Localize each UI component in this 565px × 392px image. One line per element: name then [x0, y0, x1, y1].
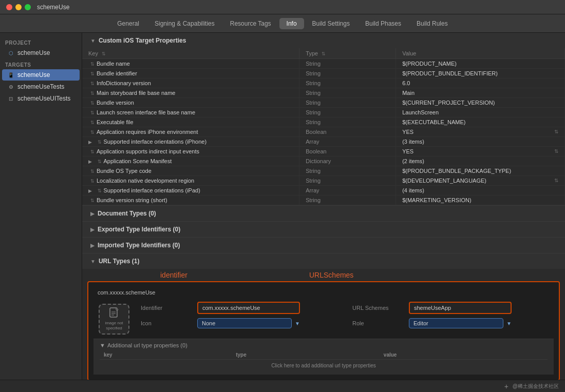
expand-arrow[interactable]: ▶: [88, 159, 93, 164]
tab-bar: General Signing & Capabilities Resource …: [0, 14, 565, 33]
add-props-key-col: key: [100, 350, 232, 360]
role-label: Role: [352, 320, 404, 326]
table-row: ⇅Bundle versionString$(CURRENT_PROJECT_V…: [82, 98, 565, 108]
url-type-body: image not specified Identifier: [93, 302, 554, 339]
tab-build-rules[interactable]: Build Rules: [409, 18, 455, 29]
custom-ios-title: Custom iOS Target Properties: [99, 37, 186, 44]
urlschemes-input[interactable]: [409, 302, 512, 314]
maximize-button[interactable]: [25, 4, 31, 10]
icon-dropdown[interactable]: None: [197, 318, 292, 328]
table-row: ⇅Application requires iPhone environment…: [82, 127, 565, 137]
project-icon: ⬡: [7, 49, 14, 56]
tab-general[interactable]: General: [110, 18, 146, 29]
col-key: Key ⇅: [82, 48, 299, 59]
custom-ios-section-header[interactable]: ▼ Custom iOS Target Properties: [82, 33, 565, 48]
sidebar-item-schemeusetests-label: schemeUseTests: [17, 83, 64, 90]
close-button[interactable]: [6, 4, 12, 10]
url-types-header[interactable]: ▼ URL Types (1): [82, 253, 565, 269]
project-section-label: PROJECT: [0, 37, 82, 47]
url-entry-header: com.xxxxx.schemeUse: [93, 287, 554, 298]
tab-build-phases[interactable]: Build Phases: [358, 18, 408, 29]
icon-field-label: Icon: [141, 320, 192, 326]
role-dropdown-arrow: ▼: [506, 321, 512, 326]
row-sort-arrows: ⇅: [98, 140, 102, 145]
title-bar: schemeUse: [0, 0, 565, 14]
row-sort-arrows: ⇅: [90, 81, 95, 86]
table-row: ⇅Launch screen interface file base nameS…: [82, 108, 565, 117]
sidebar-item-schemeuseuitests-label: schemeUseUITests: [17, 95, 70, 102]
annotation-identifier-label: identifier: [160, 271, 187, 279]
table-row: ⇅Bundle OS Type codeString$(PRODUCT_BUND…: [82, 166, 565, 176]
app-icon: 📱: [7, 71, 14, 79]
document-types-header[interactable]: ▶ Document Types (0): [82, 206, 565, 221]
sidebar: PROJECT ⬡ schemeUse TARGETS 📱 schemeUse …: [0, 33, 82, 380]
role-select-wrapper: Editor ▼: [409, 318, 512, 328]
table-row: ⇅Bundle identifierString$(PRODUCT_BUNDLE…: [82, 69, 565, 79]
additional-props-title: Additional url type properties (0): [107, 342, 187, 348]
window-title: schemeUse: [37, 4, 69, 11]
right-fields: URL Schemes Role Editor ▼: [352, 302, 554, 332]
table-row: ⇅Bundle nameString$(PRODUCT_NAME): [82, 59, 565, 69]
identifier-row: Identifier: [141, 302, 342, 314]
url-types-section: ▼ URL Types (1) identifier URLSchemes co…: [82, 253, 565, 380]
tab-resource-tags[interactable]: Resource Tags: [223, 18, 278, 29]
key-sort-arrows: ⇅: [102, 51, 106, 56]
row-sort-arrows: ⇅: [90, 120, 95, 125]
imported-type-header[interactable]: ▶ Imported Type Identifiers (0): [82, 238, 565, 253]
expand-arrow[interactable]: ▶: [88, 140, 93, 145]
url-types-title: URL Types (1): [99, 258, 140, 265]
main-layout: PROJECT ⬡ schemeUse TARGETS 📱 schemeUse …: [0, 33, 565, 380]
doc-types-title: Document Types (0): [98, 210, 156, 217]
exported-type-title: Exported Type Identifiers (0): [98, 226, 180, 233]
url-types-chevron: ▼: [90, 259, 96, 264]
add-props-type-col: type: [232, 350, 380, 360]
imported-type-chevron: ▶: [90, 243, 95, 248]
additional-props: ▼ Additional url type properties (0) key…: [93, 339, 554, 375]
row-sort-arrows: ⇅: [90, 71, 95, 76]
exported-type-header[interactable]: ▶ Exported Type Identifiers (0): [82, 222, 565, 237]
targets-section-label: TARGETS: [0, 59, 82, 69]
row-sort-arrows: ⇅: [90, 130, 95, 135]
imported-type-title: Imported Type Identifiers (0): [98, 242, 180, 249]
additional-props-header[interactable]: ▼ Additional url type properties (0): [100, 342, 548, 348]
sidebar-item-project[interactable]: ⬡ schemeUse: [2, 47, 80, 58]
sidebar-item-schemeusetests[interactable]: ⚙ schemeUseTests: [2, 81, 80, 92]
tab-info[interactable]: Info: [279, 18, 304, 29]
url-type-card-wrapper: identifier URLSchemes com.xxxxx.schemeUs…: [87, 281, 560, 380]
add-button[interactable]: +: [504, 382, 509, 390]
table-row: ⇅Localization native development regionS…: [82, 176, 565, 186]
exported-type-section: ▶ Exported Type Identifiers (0): [82, 222, 565, 238]
table-row: ⇅Main storyboard file base nameStringMai…: [82, 88, 565, 98]
doc-types-chevron: ▶: [90, 211, 95, 217]
sidebar-item-schemeuseuitests[interactable]: ⊡ schemeUseUITests: [2, 93, 80, 104]
content-area: ▼ Custom iOS Target Properties Key ⇅ Typ…: [82, 33, 565, 380]
custom-ios-section: ▼ Custom iOS Target Properties Key ⇅ Typ…: [82, 33, 565, 206]
urlschemes-row: URL Schemes: [352, 302, 554, 314]
icon-placeholder-text: image not specified: [100, 321, 128, 331]
col-type: Type ⇅: [299, 48, 396, 59]
document-types-section: ▶ Document Types (0): [82, 206, 565, 222]
icon-dropdown-arrow: ▼: [295, 321, 300, 326]
table-row: ⇅Executable fileString$(EXECUTABLE_NAME): [82, 117, 565, 127]
role-dropdown[interactable]: Editor: [409, 318, 503, 328]
minimize-button[interactable]: [15, 4, 22, 10]
add-props-link[interactable]: Click here to add additional url type pr…: [100, 360, 548, 371]
expand-arrow[interactable]: ▶: [88, 188, 93, 193]
tab-build-settings[interactable]: Build Settings: [305, 18, 357, 29]
add-props-value-col: value: [380, 350, 548, 360]
custom-ios-chevron: ▼: [90, 38, 96, 44]
uitest-icon: ⊡: [7, 95, 14, 102]
tab-signing[interactable]: Signing & Capabilities: [147, 18, 222, 29]
sidebar-item-schemeuse[interactable]: 📱 schemeUse: [2, 69, 80, 81]
type-sort-arrows: ⇅: [322, 51, 326, 56]
exported-type-chevron: ▶: [90, 227, 95, 232]
row-sort-arrows: ⇅: [90, 149, 95, 154]
table-row: ▶ ⇅Application Scene ManifestDictionary(…: [82, 156, 565, 166]
row-sort-arrows: ⇅: [98, 159, 102, 164]
icon-row: Icon None ▼: [141, 318, 342, 328]
properties-table: Key ⇅ Type ⇅ Value ⇅Bundle nameString$(P…: [82, 48, 565, 205]
add-props-table: key type value: [100, 350, 548, 360]
table-row: ▶ ⇅Supported interface orientations (iPa…: [82, 186, 565, 195]
test-icon: ⚙: [7, 83, 14, 90]
identifier-input[interactable]: [197, 302, 300, 314]
